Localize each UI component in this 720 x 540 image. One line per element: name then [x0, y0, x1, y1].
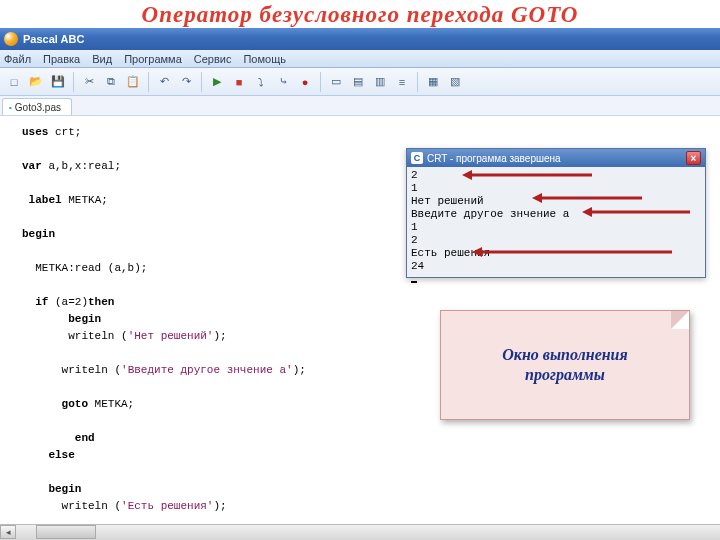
menu-help[interactable]: Помощь: [243, 53, 286, 65]
tabbar: Goto3.pas: [0, 96, 720, 116]
slide-title: Оператор безусловного перехода GOTO: [0, 2, 720, 28]
file-tab-label: Goto3.pas: [15, 102, 61, 113]
console-titlebar[interactable]: C CRT - программа завершена ×: [407, 149, 705, 167]
horizontal-scrollbar[interactable]: ◂: [0, 524, 720, 540]
panel-button-3[interactable]: ▥: [370, 72, 390, 92]
panel-button-4[interactable]: ≡: [392, 72, 412, 92]
console-icon: C: [411, 152, 423, 164]
separator: [201, 72, 202, 92]
menu-service[interactable]: Сервис: [194, 53, 232, 65]
redo-button[interactable]: ↷: [176, 72, 196, 92]
code-editor[interactable]: uses crt; var a,b,x:real; label METKA; b…: [0, 116, 400, 524]
panel-button-1[interactable]: ▭: [326, 72, 346, 92]
scroll-thumb[interactable]: [36, 525, 96, 539]
menu-view[interactable]: Вид: [92, 53, 112, 65]
panel-button-6[interactable]: ▧: [445, 72, 465, 92]
app-title: Pascal ABC: [23, 33, 84, 45]
file-tab[interactable]: Goto3.pas: [2, 98, 72, 115]
paste-button[interactable]: 📋: [123, 72, 143, 92]
panel-button-2[interactable]: ▤: [348, 72, 368, 92]
breakpoint-button[interactable]: ●: [295, 72, 315, 92]
undo-button[interactable]: ↶: [154, 72, 174, 92]
copy-button[interactable]: ⧉: [101, 72, 121, 92]
app-titlebar: Pascal ABC: [0, 28, 720, 50]
console-output: 2 1 Нет решений Введите другое знчение a…: [407, 167, 705, 288]
open-button[interactable]: 📂: [26, 72, 46, 92]
separator: [73, 72, 74, 92]
separator: [417, 72, 418, 92]
menubar: Файл Правка Вид Программа Сервис Помощь: [0, 50, 720, 68]
stepin-button[interactable]: ⤷: [273, 72, 293, 92]
panel-button-5[interactable]: ▦: [423, 72, 443, 92]
callout-text: Окно выполненияпрограммы: [502, 345, 628, 385]
menu-edit[interactable]: Правка: [43, 53, 80, 65]
save-button[interactable]: 💾: [48, 72, 68, 92]
separator: [320, 72, 321, 92]
stepover-button[interactable]: ⤵: [251, 72, 271, 92]
console-window[interactable]: C CRT - программа завершена × 2 1 Нет ре…: [406, 148, 706, 278]
menu-program[interactable]: Программа: [124, 53, 182, 65]
menu-file[interactable]: Файл: [4, 53, 31, 65]
separator: [148, 72, 149, 92]
app-icon: [4, 32, 18, 46]
new-button[interactable]: □: [4, 72, 24, 92]
code-content: uses crt; var a,b,x:real; label METKA; b…: [22, 124, 400, 524]
console-close-button[interactable]: ×: [686, 151, 701, 165]
callout-note: Окно выполненияпрограммы: [440, 310, 690, 420]
stop-button[interactable]: ■: [229, 72, 249, 92]
toolbar: □ 📂 💾 ✂ ⧉ 📋 ↶ ↷ ▶ ■ ⤵ ⤷ ● ▭ ▤ ▥ ≡ ▦ ▧: [0, 68, 720, 96]
run-button[interactable]: ▶: [207, 72, 227, 92]
cut-button[interactable]: ✂: [79, 72, 99, 92]
scroll-left-button[interactable]: ◂: [0, 525, 16, 539]
console-title: CRT - программа завершена: [427, 153, 561, 164]
